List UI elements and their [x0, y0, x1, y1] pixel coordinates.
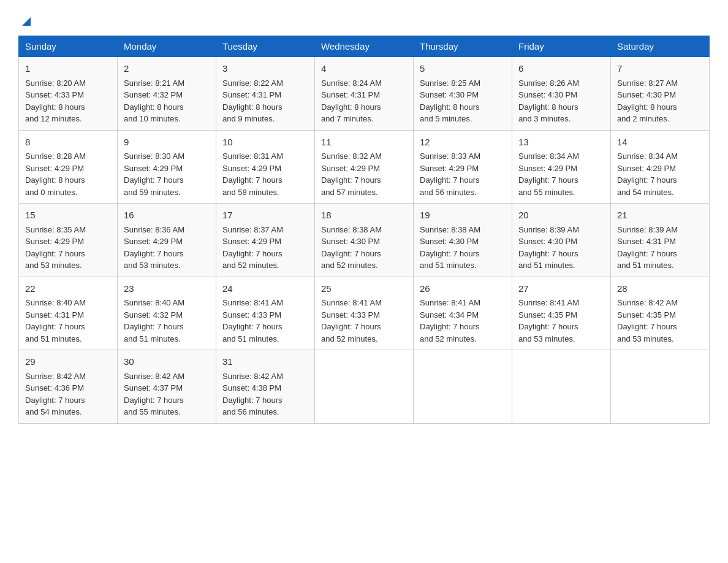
- table-row: 13 Sunrise: 8:34 AMSunset: 4:29 PMDaylig…: [512, 130, 611, 204]
- table-row: 17 Sunrise: 8:37 AMSunset: 4:29 PMDaylig…: [216, 204, 315, 277]
- day-info: Sunrise: 8:32 AMSunset: 4:29 PMDaylight:…: [321, 150, 407, 198]
- day-info: Sunrise: 8:26 AMSunset: 4:30 PMDaylight:…: [518, 77, 604, 125]
- day-info: Sunrise: 8:30 AMSunset: 4:29 PMDaylight:…: [124, 150, 210, 198]
- day-number: 27: [518, 282, 604, 296]
- day-number: 5: [420, 62, 506, 76]
- day-number: 4: [321, 62, 407, 76]
- calendar-week-row: 8 Sunrise: 8:28 AMSunset: 4:29 PMDayligh…: [19, 130, 710, 204]
- day-number: 7: [617, 62, 703, 76]
- day-number: 30: [124, 355, 210, 369]
- table-row: 28 Sunrise: 8:42 AMSunset: 4:35 PMDaylig…: [611, 277, 710, 350]
- table-row: 29 Sunrise: 8:42 AMSunset: 4:36 PMDaylig…: [19, 350, 118, 424]
- table-row: 27 Sunrise: 8:41 AMSunset: 4:35 PMDaylig…: [512, 277, 611, 350]
- day-number: 16: [124, 209, 210, 223]
- calendar-week-row: 29 Sunrise: 8:42 AMSunset: 4:36 PMDaylig…: [19, 350, 710, 424]
- day-info: Sunrise: 8:39 AMSunset: 4:31 PMDaylight:…: [617, 224, 703, 272]
- day-info: Sunrise: 8:42 AMSunset: 4:36 PMDaylight:…: [25, 370, 111, 418]
- day-number: 19: [420, 209, 506, 223]
- table-row: 19 Sunrise: 8:38 AMSunset: 4:30 PMDaylig…: [414, 204, 512, 277]
- header-sunday: Sunday: [19, 36, 118, 57]
- table-row: 15 Sunrise: 8:35 AMSunset: 4:29 PMDaylig…: [19, 204, 118, 277]
- table-row: 12 Sunrise: 8:33 AMSunset: 4:29 PMDaylig…: [414, 130, 512, 204]
- day-info: Sunrise: 8:31 AMSunset: 4:29 PMDaylight:…: [222, 150, 308, 198]
- day-info: Sunrise: 8:42 AMSunset: 4:38 PMDaylight:…: [222, 370, 308, 418]
- day-number: 9: [124, 136, 210, 150]
- day-number: 1: [25, 62, 111, 76]
- table-row: 31 Sunrise: 8:42 AMSunset: 4:38 PMDaylig…: [216, 350, 315, 424]
- table-row: [611, 350, 710, 424]
- day-number: 17: [222, 209, 308, 223]
- day-info: Sunrise: 8:38 AMSunset: 4:30 PMDaylight:…: [321, 224, 407, 272]
- day-info: Sunrise: 8:33 AMSunset: 4:29 PMDaylight:…: [420, 150, 506, 198]
- day-info: Sunrise: 8:28 AMSunset: 4:29 PMDaylight:…: [25, 150, 111, 198]
- day-info: Sunrise: 8:36 AMSunset: 4:29 PMDaylight:…: [124, 224, 210, 272]
- svg-marker-0: [22, 17, 31, 26]
- table-row: 26 Sunrise: 8:41 AMSunset: 4:34 PMDaylig…: [414, 277, 512, 350]
- day-number: 26: [420, 282, 506, 296]
- table-row: 25 Sunrise: 8:41 AMSunset: 4:33 PMDaylig…: [315, 277, 414, 350]
- day-number: 11: [321, 136, 407, 150]
- day-info: Sunrise: 8:41 AMSunset: 4:33 PMDaylight:…: [321, 297, 407, 345]
- header-saturday: Saturday: [611, 36, 710, 57]
- day-info: Sunrise: 8:21 AMSunset: 4:32 PMDaylight:…: [124, 77, 210, 125]
- table-row: 7 Sunrise: 8:27 AMSunset: 4:30 PMDayligh…: [611, 57, 710, 131]
- calendar-week-row: 22 Sunrise: 8:40 AMSunset: 4:31 PMDaylig…: [19, 277, 710, 350]
- day-number: 14: [617, 136, 703, 150]
- calendar-table: Sunday Monday Tuesday Wednesday Thursday…: [18, 36, 710, 424]
- day-number: 2: [124, 62, 210, 76]
- table-row: 8 Sunrise: 8:28 AMSunset: 4:29 PMDayligh…: [19, 130, 118, 204]
- day-number: 22: [25, 282, 111, 296]
- calendar-week-row: 15 Sunrise: 8:35 AMSunset: 4:29 PMDaylig…: [19, 204, 710, 277]
- day-info: Sunrise: 8:39 AMSunset: 4:30 PMDaylight:…: [518, 224, 604, 272]
- table-row: 1 Sunrise: 8:20 AMSunset: 4:33 PMDayligh…: [19, 57, 118, 131]
- table-row: [512, 350, 611, 424]
- day-number: 15: [25, 209, 111, 223]
- day-number: 24: [222, 282, 308, 296]
- table-row: 24 Sunrise: 8:41 AMSunset: 4:33 PMDaylig…: [216, 277, 315, 350]
- header-wednesday: Wednesday: [315, 36, 414, 57]
- table-row: 16 Sunrise: 8:36 AMSunset: 4:29 PMDaylig…: [118, 204, 216, 277]
- day-number: 10: [222, 136, 308, 150]
- day-info: Sunrise: 8:42 AMSunset: 4:35 PMDaylight:…: [617, 297, 703, 345]
- day-number: 12: [420, 136, 506, 150]
- table-row: 18 Sunrise: 8:38 AMSunset: 4:30 PMDaylig…: [315, 204, 414, 277]
- table-row: 21 Sunrise: 8:39 AMSunset: 4:31 PMDaylig…: [611, 204, 710, 277]
- day-number: 23: [124, 282, 210, 296]
- table-row: 20 Sunrise: 8:39 AMSunset: 4:30 PMDaylig…: [512, 204, 611, 277]
- day-info: Sunrise: 8:41 AMSunset: 4:34 PMDaylight:…: [420, 297, 506, 345]
- table-row: 5 Sunrise: 8:25 AMSunset: 4:30 PMDayligh…: [414, 57, 512, 131]
- page-header: [18, 12, 710, 25]
- day-info: Sunrise: 8:34 AMSunset: 4:29 PMDaylight:…: [518, 150, 604, 198]
- calendar-header-row: Sunday Monday Tuesday Wednesday Thursday…: [19, 36, 710, 57]
- day-info: Sunrise: 8:40 AMSunset: 4:31 PMDaylight:…: [25, 297, 111, 345]
- header-thursday: Thursday: [414, 36, 512, 57]
- table-row: 6 Sunrise: 8:26 AMSunset: 4:30 PMDayligh…: [512, 57, 611, 131]
- table-row: 30 Sunrise: 8:42 AMSunset: 4:37 PMDaylig…: [118, 350, 216, 424]
- day-number: 29: [25, 355, 111, 369]
- day-number: 8: [25, 136, 111, 150]
- day-info: Sunrise: 8:34 AMSunset: 4:29 PMDaylight:…: [617, 150, 703, 198]
- day-number: 3: [222, 62, 308, 76]
- day-info: Sunrise: 8:40 AMSunset: 4:32 PMDaylight:…: [124, 297, 210, 345]
- table-row: 11 Sunrise: 8:32 AMSunset: 4:29 PMDaylig…: [315, 130, 414, 204]
- day-info: Sunrise: 8:27 AMSunset: 4:30 PMDaylight:…: [617, 77, 703, 125]
- header-friday: Friday: [512, 36, 611, 57]
- day-number: 21: [617, 209, 703, 223]
- day-info: Sunrise: 8:41 AMSunset: 4:35 PMDaylight:…: [518, 297, 604, 345]
- day-info: Sunrise: 8:37 AMSunset: 4:29 PMDaylight:…: [222, 224, 308, 272]
- day-number: 25: [321, 282, 407, 296]
- day-info: Sunrise: 8:25 AMSunset: 4:30 PMDaylight:…: [420, 77, 506, 125]
- table-row: 4 Sunrise: 8:24 AMSunset: 4:31 PMDayligh…: [315, 57, 414, 131]
- calendar-week-row: 1 Sunrise: 8:20 AMSunset: 4:33 PMDayligh…: [19, 57, 710, 131]
- table-row: [414, 350, 512, 424]
- table-row: 2 Sunrise: 8:21 AMSunset: 4:32 PMDayligh…: [118, 57, 216, 131]
- day-info: Sunrise: 8:42 AMSunset: 4:37 PMDaylight:…: [124, 370, 210, 418]
- table-row: 10 Sunrise: 8:31 AMSunset: 4:29 PMDaylig…: [216, 130, 315, 204]
- day-number: 6: [518, 62, 604, 76]
- header-tuesday: Tuesday: [216, 36, 315, 57]
- day-info: Sunrise: 8:41 AMSunset: 4:33 PMDaylight:…: [222, 297, 308, 345]
- day-number: 31: [222, 355, 308, 369]
- table-row: [315, 350, 414, 424]
- table-row: 3 Sunrise: 8:22 AMSunset: 4:31 PMDayligh…: [216, 57, 315, 131]
- day-number: 18: [321, 209, 407, 223]
